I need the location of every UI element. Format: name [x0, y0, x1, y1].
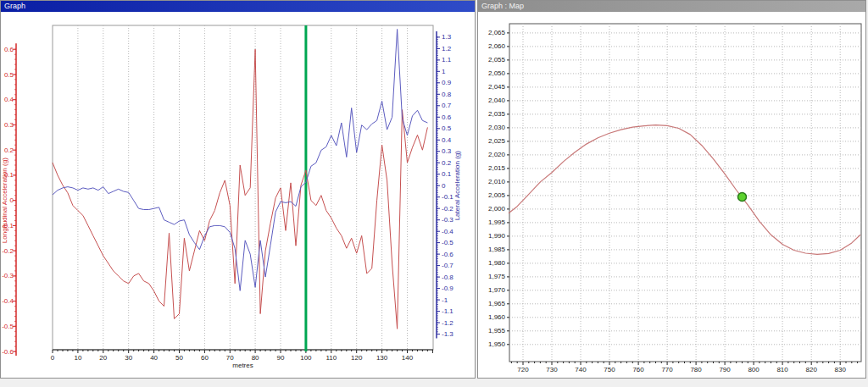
svg-text:40: 40: [150, 354, 158, 362]
svg-text:1,990: 1,990: [488, 232, 506, 240]
svg-text:110: 110: [326, 354, 337, 362]
svg-text:2,040: 2,040: [488, 97, 506, 104]
svg-text:0.3: 0.3: [4, 121, 14, 129]
svg-text:-0.1: -0.1: [442, 193, 453, 201]
svg-text:2,020: 2,020: [488, 151, 506, 158]
svg-text:740: 740: [575, 366, 587, 373]
svg-text:1,995: 1,995: [488, 218, 506, 226]
svg-text:820: 820: [806, 366, 818, 373]
svg-text:1,960: 1,960: [488, 313, 506, 321]
svg-text:1,985: 1,985: [488, 246, 506, 253]
graph-window-title: Graph: [4, 1, 25, 12]
svg-text:-0.3: -0.3: [2, 272, 14, 279]
svg-text:-0.2: -0.2: [2, 247, 14, 255]
map-window-titlebar[interactable]: Graph : Map: [478, 1, 865, 12]
acceleration-chart[interactable]: 0102030405060708090100110120130140metres…: [1, 12, 475, 378]
svg-text:0.9: 0.9: [442, 79, 452, 86]
svg-text:140: 140: [402, 354, 414, 362]
svg-text:-1.3: -1.3: [442, 330, 453, 338]
svg-text:2,000: 2,000: [488, 205, 506, 213]
svg-text:130: 130: [376, 354, 388, 362]
svg-text:0.2: 0.2: [4, 147, 14, 154]
svg-text:0: 0: [442, 182, 446, 190]
svg-text:0: 0: [51, 354, 55, 362]
svg-text:2,010: 2,010: [488, 178, 506, 185]
svg-text:780: 780: [690, 366, 702, 373]
svg-text:10: 10: [74, 354, 81, 362]
svg-text:2,015: 2,015: [488, 164, 506, 172]
svg-text:790: 790: [719, 366, 731, 373]
svg-text:2,035: 2,035: [488, 110, 506, 118]
svg-text:Lateral Acceleration (g): Lateral Acceleration (g): [453, 151, 461, 221]
svg-text:0.3: 0.3: [442, 147, 452, 155]
map-window-title: Graph : Map: [481, 1, 524, 12]
svg-text:0.6: 0.6: [4, 46, 14, 53]
desktop: Graph 0102030405060708090100110120130140…: [0, 0, 868, 387]
svg-text:2,055: 2,055: [488, 56, 506, 64]
svg-text:2,050: 2,050: [488, 69, 506, 77]
svg-text:-0.9: -0.9: [442, 285, 453, 292]
svg-text:120: 120: [351, 354, 363, 362]
svg-text:730: 730: [546, 366, 558, 373]
svg-text:1,975: 1,975: [488, 273, 506, 280]
svg-text:0.4: 0.4: [4, 96, 14, 103]
svg-text:810: 810: [776, 366, 788, 373]
longitudinal-axis: 0.60.50.40.30.20.10-0.1-0.2-0.3-0.4-0.5-…: [1, 43, 16, 356]
graph-window: Graph 0102030405060708090100110120130140…: [0, 0, 476, 379]
svg-text:2,030: 2,030: [488, 124, 506, 131]
svg-text:70: 70: [226, 354, 234, 362]
lateral-axis: 1.31.21.110.90.80.70.60.50.40.30.20.10-0…: [437, 31, 461, 339]
map-x-axis: 720730740750760770780790800810820830: [511, 362, 857, 373]
svg-text:1,980: 1,980: [488, 259, 506, 267]
svg-text:-0.2: -0.2: [442, 205, 453, 213]
svg-text:60: 60: [201, 354, 209, 362]
svg-text:0.6: 0.6: [442, 113, 452, 121]
svg-text:-1.1: -1.1: [442, 307, 453, 315]
svg-text:2,005: 2,005: [488, 191, 506, 199]
svg-text:Longitudinal Acceleration (g): Longitudinal Acceleration (g): [1, 158, 8, 243]
svg-text:80: 80: [252, 354, 259, 362]
svg-text:0.1: 0.1: [442, 170, 452, 178]
svg-text:1,965: 1,965: [488, 300, 506, 307]
svg-text:-0.8: -0.8: [442, 274, 453, 281]
svg-text:770: 770: [661, 366, 673, 373]
svg-text:0.2: 0.2: [442, 159, 452, 167]
map-window: Graph : Map 2,0652,0602,0552,0502,0452,0…: [477, 0, 866, 379]
svg-text:1,955: 1,955: [488, 327, 506, 334]
map-plot-area[interactable]: [509, 24, 861, 362]
svg-text:-0.3: -0.3: [442, 216, 453, 224]
svg-text:760: 760: [632, 366, 644, 373]
map-window-body: 2,0652,0602,0552,0502,0452,0402,0352,030…: [478, 12, 865, 378]
svg-text:-0.5: -0.5: [442, 239, 453, 246]
svg-text:0.5: 0.5: [4, 71, 14, 79]
svg-text:2,060: 2,060: [488, 42, 506, 50]
svg-text:1: 1: [442, 68, 446, 75]
svg-text:1.1: 1.1: [442, 56, 452, 64]
svg-text:-1.2: -1.2: [442, 319, 453, 327]
svg-text:2,045: 2,045: [488, 83, 506, 91]
svg-text:750: 750: [604, 366, 615, 373]
svg-text:0.4: 0.4: [442, 136, 452, 144]
svg-text:50: 50: [175, 354, 183, 362]
svg-text:720: 720: [517, 366, 529, 373]
svg-text:30: 30: [125, 354, 132, 362]
svg-text:-0.6: -0.6: [442, 251, 453, 258]
svg-text:800: 800: [748, 366, 760, 373]
graph-window-titlebar[interactable]: Graph: [1, 1, 475, 12]
svg-text:2,065: 2,065: [488, 29, 506, 36]
map-chart-canvas[interactable]: 2,0652,0602,0552,0502,0452,0402,0352,030…: [478, 12, 865, 378]
svg-text:1,950: 1,950: [488, 340, 506, 348]
svg-text:-0.5: -0.5: [2, 323, 14, 330]
svg-text:0.7: 0.7: [442, 102, 452, 109]
svg-text:-0.4: -0.4: [2, 297, 14, 305]
svg-text:20: 20: [99, 354, 107, 362]
svg-text:-0.7: -0.7: [442, 262, 453, 269]
svg-text:830: 830: [835, 366, 847, 373]
svg-text:2,025: 2,025: [488, 137, 506, 145]
svg-text:1,970: 1,970: [488, 286, 506, 294]
svg-text:metres: metres: [232, 362, 253, 369]
accel-plot-area[interactable]: [53, 25, 433, 350]
position-marker[interactable]: [738, 193, 747, 202]
svg-text:1.3: 1.3: [442, 33, 452, 41]
svg-text:-0.4: -0.4: [442, 228, 453, 235]
